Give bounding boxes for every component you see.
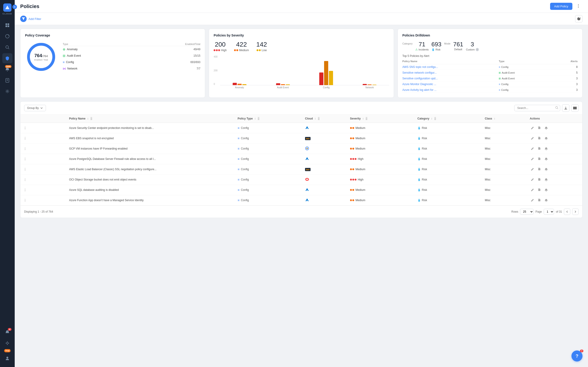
edit-action[interactable] <box>530 156 535 162</box>
nav-item-dashboard[interactable] <box>2 20 12 30</box>
alert-action[interactable] <box>544 156 549 162</box>
nav-item-analytics[interactable] <box>2 31 12 41</box>
alert-action[interactable] <box>544 135 549 141</box>
copy-action[interactable] <box>536 177 542 182</box>
next-page-button[interactable] <box>572 209 579 215</box>
custom-info-icon[interactable]: i <box>476 48 479 51</box>
alert-action[interactable] <box>544 125 549 131</box>
edit-action[interactable] <box>530 167 535 172</box>
edit-action[interactable] <box>530 146 535 151</box>
high-severity: 200 High <box>214 41 227 52</box>
top5-title: Top 5 Policies by Alert <box>402 54 578 58</box>
drilldown-policy-link[interactable]: Sensitive configuration upd... <box>402 77 438 80</box>
alert-action[interactable] <box>544 146 549 151</box>
drag-handle[interactable]: ⣿ <box>24 168 26 171</box>
nav-item-compliance[interactable] <box>2 75 12 85</box>
drag-handle[interactable]: ⣿ <box>24 157 26 161</box>
donut-chart: 764/764 Enabled / Total <box>25 41 57 73</box>
drag-handle[interactable]: ⣿ <box>24 199 26 202</box>
nav-item-settings[interactable] <box>2 86 12 96</box>
category-cell: 💧 Risk <box>414 154 481 164</box>
config-type-text: Config <box>241 147 249 150</box>
th-severity[interactable]: Severity ↕ ⣿ <box>346 115 414 123</box>
columns-button[interactable] <box>571 104 579 112</box>
drag-handle[interactable]: ⣿ <box>24 188 26 192</box>
medium-severity: 422 Medium <box>234 41 249 52</box>
drilldown-policy-link[interactable]: AWS SNS topic not configu... <box>402 65 438 69</box>
nav-item-alerts[interactable]: 2006 <box>2 64 12 74</box>
svg-rect-4 <box>8 25 9 27</box>
config-type-text: Config <box>241 126 249 130</box>
copy-action[interactable] <box>536 167 542 172</box>
th-category[interactable]: Category ↕ ⣿ <box>414 115 481 123</box>
default-label: Default <box>453 48 463 51</box>
group-by-button[interactable]: Group By <box>24 105 46 111</box>
drilldown-policy-link[interactable]: Sensitive network configur... <box>402 71 437 74</box>
edit-action[interactable] <box>530 187 535 193</box>
refresh-button[interactable] <box>575 15 582 23</box>
main-content: Policies Add Policy Add Filter <box>15 0 588 367</box>
drag-handle[interactable]: ⣿ <box>24 147 26 150</box>
drilldown-policy-link[interactable]: Azure Activity log alert for ... <box>402 88 437 92</box>
alert-action[interactable] <box>544 187 549 193</box>
sidebar-expand-btn[interactable] <box>12 5 17 9</box>
category-text: Risk <box>422 147 427 150</box>
config-type-icon: ≡ <box>238 188 240 192</box>
policy-name-cell: Azure PostgreSQL Database Server Firewal… <box>65 154 234 164</box>
copy-action[interactable] <box>536 135 542 141</box>
nav-item-policies[interactable] <box>2 53 12 63</box>
incidents-count: 71 <box>415 41 429 48</box>
edit-action[interactable] <box>530 177 535 182</box>
med-dot1 <box>234 49 236 51</box>
severity-card-title: Policies by Severity <box>214 33 389 37</box>
nav-item-integrations[interactable] <box>2 338 12 348</box>
drilldown-policy-link[interactable]: Azure Monitor Diagnostic ... <box>402 83 436 86</box>
th-cloud[interactable]: Cloud ↕ ⣿ <box>301 115 346 123</box>
drag-handle[interactable]: ⣿ <box>24 126 26 130</box>
type-audit: Audit Event <box>67 54 81 57</box>
severity-text: Medium <box>355 188 365 192</box>
severity-cell: High <box>346 175 414 185</box>
edit-action[interactable] <box>530 125 535 131</box>
add-policy-button[interactable]: Add Policy <box>550 3 572 10</box>
risk-icon: 💧 <box>417 147 421 150</box>
copy-action[interactable] <box>536 156 542 162</box>
copy-action[interactable] <box>536 187 542 193</box>
table-row: ≡ Config 693/693 <box>63 59 200 65</box>
copy-action[interactable] <box>536 198 542 203</box>
th-class[interactable]: Class ↕ <box>481 115 526 123</box>
category-text: Risk <box>422 178 427 181</box>
edit-action[interactable] <box>530 135 535 141</box>
type-anomaly: Anomaly <box>67 48 78 51</box>
alert-action[interactable] <box>544 198 549 203</box>
nav-item-notifications[interactable]: 4 <box>2 327 12 337</box>
svg-point-35 <box>306 178 308 181</box>
copy-action[interactable] <box>536 146 542 151</box>
drag-handle[interactable]: ⣿ <box>24 137 26 140</box>
help-button[interactable]: 7 ? <box>571 350 582 361</box>
copy-action[interactable] <box>536 125 542 131</box>
download-button[interactable] <box>562 104 569 112</box>
add-filter-button[interactable]: Add Filter <box>20 16 41 22</box>
edit-action[interactable] <box>530 198 535 203</box>
policy-type-cell: ≡ Config <box>234 175 302 185</box>
rows-select[interactable]: 25 50 100 <box>520 209 534 215</box>
search-input[interactable] <box>514 105 560 111</box>
svg-rect-1 <box>6 23 7 25</box>
drag-handle[interactable]: ⣿ <box>24 178 26 181</box>
page-header: Policies Add Policy <box>15 0 588 13</box>
svg-rect-37 <box>538 189 540 191</box>
prev-page-button[interactable] <box>564 209 570 215</box>
nav-item-user[interactable] <box>2 353 12 363</box>
alert-action[interactable] <box>544 167 549 172</box>
nav-item-search[interactable] <box>2 42 12 52</box>
th-policy-type[interactable]: Policy Type ↕ ⣿ <box>234 115 302 123</box>
low-dot2 <box>259 49 261 51</box>
more-options-button[interactable] <box>574 2 582 11</box>
risk-icon: 💧 <box>417 188 421 192</box>
coverage-col-value: Enabled/Total <box>138 42 200 46</box>
page-select[interactable]: 1 <box>544 209 554 215</box>
risk-stat: 693 💧 Risk <box>431 41 441 51</box>
alert-action[interactable] <box>544 177 549 182</box>
th-policy-name[interactable]: Policy Name ↕ ⣿ <box>65 115 234 123</box>
